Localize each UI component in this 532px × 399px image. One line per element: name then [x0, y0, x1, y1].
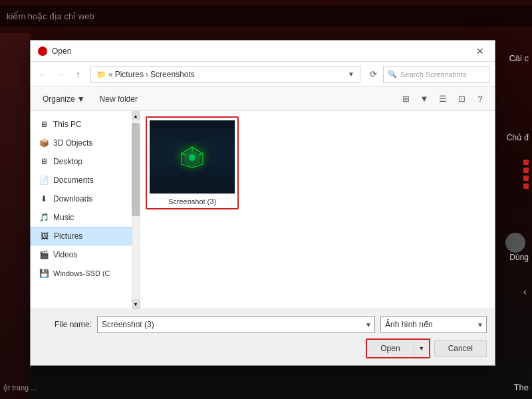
dialog-sidebar: 🖥 This PC 📦 3D Objects 🖥 Desktop 📄 Docum…: [31, 111, 140, 309]
sidebar-item-music[interactable]: 🎵 Music: [31, 208, 140, 227]
thumbnail-inner: [150, 120, 235, 194]
svg-point-2: [189, 154, 196, 161]
red-dot-1: [523, 160, 529, 165]
red-dot-2: [523, 168, 529, 173]
view-dropdown-icon[interactable]: ▼: [416, 91, 432, 107]
right-label-2: Chủ đ: [507, 133, 529, 142]
left-panel: [0, 33, 30, 399]
up-button[interactable]: ↑: [70, 67, 85, 82]
sidebar-label-documents: Documents: [53, 176, 94, 185]
thumbnail-logo: [179, 146, 205, 169]
forward-button[interactable]: →: [53, 67, 68, 82]
search-input[interactable]: Search Screenshots: [400, 70, 485, 78]
organize-label: Organize: [43, 94, 75, 104]
sidebar-label-downloads: Downloads: [53, 194, 92, 203]
bottom-left-text: ột trang ...: [3, 384, 37, 392]
sidebar-label-3d-objects: 3D Objects: [53, 138, 92, 148]
opera-icon: [37, 46, 48, 57]
right-label-1: Cài c: [509, 53, 529, 63]
sidebar-item-windows-ssd[interactable]: 💾 Windows-SSD (C: [31, 264, 140, 283]
sidebar-label-windows-ssd: Windows-SSD (C: [53, 269, 110, 277]
back-button[interactable]: ←: [36, 67, 51, 82]
view-details-icon[interactable]: ☰: [435, 91, 451, 107]
videos-icon: 🎬: [39, 249, 49, 260]
path-bar[interactable]: 📁 « Pictures › Screenshots ▼: [90, 66, 360, 83]
dialog-navbar: ← → ↑ 📁 « Pictures › Screenshots ▼ ⟳ 🔍 S…: [31, 62, 495, 87]
open-button[interactable]: Open: [367, 340, 414, 357]
documents-icon: 📄: [39, 175, 49, 186]
organize-dropdown-icon[interactable]: ▼: [77, 94, 85, 104]
red-dot-4: [523, 184, 529, 189]
path-part-pictures: Pictures: [115, 70, 144, 79]
view-icons: ⊞ ▼ ☰ ⊡ ?: [398, 91, 488, 107]
gray-circle: [505, 233, 525, 253]
open-file-dialog: Open ✕ ← → ↑ 📁 « Pictures › Screenshots …: [30, 40, 495, 366]
browser-addressbar: kiếm hoặc địa chỉ web: [0, 5, 532, 27]
file-label: Screenshot (3): [150, 198, 235, 205]
sidebar-item-downloads[interactable]: ⬇ Downloads: [31, 190, 140, 208]
thumbnail-preview: [150, 120, 235, 194]
open-dropdown-button[interactable]: ▼: [414, 340, 429, 357]
desktop-icon: 🖥: [39, 156, 49, 167]
sidebar-item-documents[interactable]: 📄 Documents: [31, 171, 140, 190]
filename-input[interactable]: Screenshot (3) ▼: [97, 316, 375, 333]
sidebar-item-3d-objects[interactable]: 📦 3D Objects: [31, 134, 140, 152]
red-dot-3: [523, 176, 529, 181]
chevron-right-icon[interactable]: ‹: [523, 286, 527, 298]
help-button[interactable]: ?: [472, 91, 488, 107]
filetype-select[interactable]: Ảnh hình nền ▼: [380, 316, 487, 333]
sidebar-item-pictures[interactable]: 🖼 Pictures: [31, 227, 140, 245]
sidebar-label-videos: Videos: [53, 250, 77, 259]
downloads-icon: ⬇: [39, 194, 49, 204]
close-button[interactable]: ✕: [472, 43, 488, 59]
svg-line-5: [182, 154, 186, 155]
dialog-content: 🖥 This PC 📦 3D Objects 🖥 Desktop 📄 Docum…: [31, 111, 495, 309]
dialog-toolbar: Organize ▼ New folder ⊞ ▼ ☰ ⊡ ?: [31, 87, 495, 111]
filename-value: Screenshot (3): [102, 320, 154, 329]
organize-button[interactable]: Organize ▼: [37, 91, 90, 107]
sidebar-label-music: Music: [53, 213, 74, 222]
path-part-screenshots: Screenshots: [150, 70, 195, 79]
open-button-group: Open ▼: [366, 338, 430, 358]
view-large-icon[interactable]: ⊞: [398, 91, 414, 107]
sidebar-scrollbar[interactable]: ▲ ▼: [132, 111, 140, 309]
filename-label: File name:: [39, 320, 92, 329]
scroll-down-arrow[interactable]: ▼: [132, 299, 140, 309]
search-icon: 🔍: [388, 70, 397, 78]
buttons-row: Open ▼ Cancel: [39, 338, 487, 358]
search-box[interactable]: 🔍 Search Screenshots: [383, 66, 489, 83]
sidebar-item-videos[interactable]: 🎬 Videos: [31, 245, 140, 264]
sidebar-item-desktop[interactable]: 🖥 Desktop: [31, 152, 140, 171]
sidebar-label-pictures: Pictures: [54, 231, 82, 241]
this-pc-icon: 🖥: [39, 119, 49, 130]
view-pane-icon[interactable]: ⊡: [454, 91, 469, 107]
right-label-3: Dùng: [509, 253, 529, 262]
opera-logo: [38, 47, 47, 56]
file-thumbnail-screenshot-3[interactable]: Screenshot (3): [146, 116, 239, 209]
path-dropdown-arrow[interactable]: ▼: [348, 70, 354, 78]
windows-ssd-icon: 💾: [39, 268, 49, 279]
3d-objects-icon: 📦: [39, 138, 49, 148]
refresh-button[interactable]: ⟳: [366, 67, 380, 82]
dialog-files-area: Screenshot (3): [140, 111, 495, 309]
sidebar-item-this-pc[interactable]: 🖥 This PC: [31, 115, 140, 134]
cancel-button[interactable]: Cancel: [434, 340, 487, 357]
filetype-dropdown-arrow[interactable]: ▼: [477, 321, 483, 329]
red-dots: [523, 160, 529, 189]
svg-line-4: [199, 154, 203, 155]
address-text: kiếm hoặc địa chỉ web: [7, 11, 94, 21]
music-icon: 🎵: [39, 212, 49, 223]
sidebar-label-this-pc: This PC: [53, 120, 82, 129]
dialog-bottom: File name: Screenshot (3) ▼ Ảnh hình nền…: [31, 309, 495, 365]
new-folder-label: New folder: [100, 94, 138, 104]
sidebar-label-desktop: Desktop: [53, 157, 82, 166]
dialog-titlebar: Open ✕: [31, 41, 495, 62]
filetype-value: Ảnh hình nền: [385, 320, 433, 329]
bottom-right-text: The: [514, 382, 529, 392]
new-folder-button[interactable]: New folder: [94, 91, 143, 107]
path-icon: 📁: [96, 70, 106, 79]
scroll-thumb: [132, 123, 140, 216]
filename-dropdown-arrow[interactable]: ▼: [365, 321, 372, 329]
scroll-up-arrow[interactable]: ▲: [132, 111, 140, 120]
filename-row: File name: Screenshot (3) ▼ Ảnh hình nền…: [39, 316, 487, 333]
